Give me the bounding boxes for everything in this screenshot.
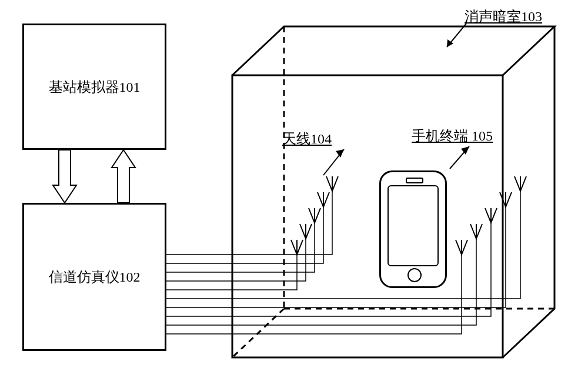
svg-marker-9 bbox=[461, 146, 469, 155]
phone-terminal-label: 手机终端 105 bbox=[412, 126, 493, 145]
phone-label-arrow-icon bbox=[447, 144, 476, 173]
base-station-simulator-block: 基站模拟器101 bbox=[22, 24, 166, 150]
channel-emulator-label: 信道仿真仪102 bbox=[49, 267, 141, 286]
channel-emulator-block: 信道仿真仪102 bbox=[22, 203, 166, 351]
down-arrow-icon bbox=[53, 150, 76, 203]
svg-marker-0 bbox=[53, 150, 76, 203]
chamber-label-arrow-icon bbox=[444, 24, 467, 53]
connection-lines bbox=[165, 188, 541, 364]
svg-marker-11 bbox=[336, 149, 344, 158]
antenna-label: 天线104 bbox=[282, 129, 332, 148]
antenna-label-arrow-icon bbox=[320, 147, 350, 179]
svg-marker-1 bbox=[112, 150, 135, 203]
up-arrow-icon bbox=[112, 150, 135, 203]
anechoic-chamber-label: 消声暗室103 bbox=[465, 7, 542, 26]
base-station-simulator-label: 基站模拟器101 bbox=[49, 78, 141, 96]
